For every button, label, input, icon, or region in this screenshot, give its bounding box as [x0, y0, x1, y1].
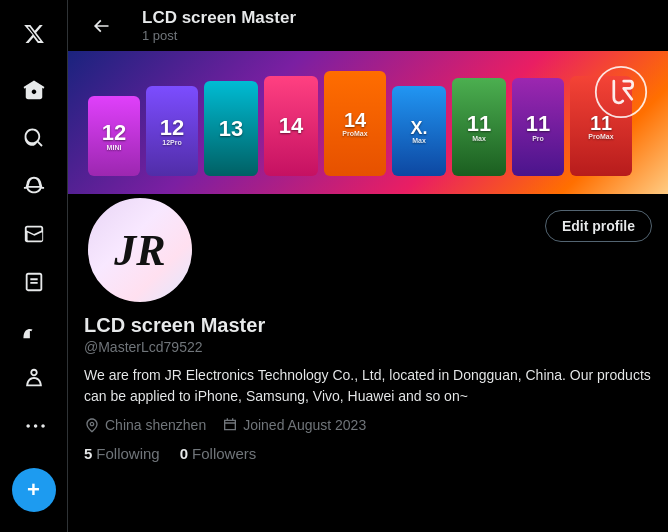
- search-icon[interactable]: [12, 116, 56, 160]
- followers-label: Followers: [192, 445, 256, 462]
- back-button[interactable]: [84, 9, 118, 43]
- profile-name: LCD screen Master: [84, 314, 652, 337]
- more-icon[interactable]: [12, 404, 56, 448]
- profile-icon[interactable]: [12, 356, 56, 400]
- main-content: LCD screen Master 1 post 12MINI 1212Pro …: [68, 0, 668, 532]
- location-meta: China shenzhen: [84, 417, 206, 433]
- following-label: Following: [96, 445, 159, 462]
- banner-logo: [594, 65, 648, 123]
- following-count: 5: [84, 445, 92, 462]
- follow-stats: 5 Following 0 Followers: [84, 445, 652, 462]
- profile-bio: We are from JR Electronics Technology Co…: [84, 365, 652, 407]
- profile-header: LCD screen Master 1 post: [68, 0, 668, 51]
- header-text: LCD screen Master 1 post: [142, 8, 296, 43]
- profile-handle: @MasterLcd79522: [84, 339, 652, 355]
- sidebar: +: [0, 0, 68, 532]
- avatar-and-edit: JR Edit profile: [84, 194, 652, 306]
- location-text: China shenzhen: [105, 417, 206, 433]
- followers-stat[interactable]: 0 Followers: [180, 445, 257, 462]
- joined-text: Joined August 2023: [243, 417, 366, 433]
- profile-meta: China shenzhen Joined August 2023: [84, 417, 652, 433]
- mail-icon[interactable]: [12, 212, 56, 256]
- x-logo-icon[interactable]: [12, 12, 56, 56]
- profile-info-section: JR Edit profile LCD screen Master @Maste…: [68, 194, 668, 478]
- svg-point-0: [596, 67, 646, 117]
- avatar: JR: [84, 194, 196, 306]
- profile-content: 12MINI 1212Pro 13 14 14ProMax: [68, 51, 668, 532]
- people-icon[interactable]: [12, 308, 56, 352]
- avatar-initials: JR: [114, 225, 165, 276]
- followers-count: 0: [180, 445, 188, 462]
- edit-profile-button[interactable]: Edit profile: [545, 210, 652, 242]
- list-icon[interactable]: [12, 260, 56, 304]
- bell-icon[interactable]: [12, 164, 56, 208]
- header-title: LCD screen Master: [142, 8, 296, 28]
- following-stat[interactable]: 5 Following: [84, 445, 160, 462]
- joined-meta: Joined August 2023: [222, 417, 366, 433]
- header-post-count: 1 post: [142, 28, 296, 43]
- compose-button[interactable]: +: [12, 468, 56, 512]
- home-icon[interactable]: [12, 68, 56, 112]
